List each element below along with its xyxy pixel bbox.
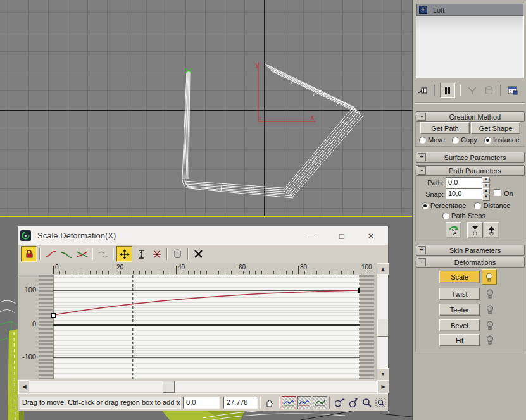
make-symmetrical-button[interactable] <box>21 246 37 262</box>
dialog-status-bar: Drag to move. Ctrl-click or drag region … <box>18 393 388 411</box>
scale-bulb-button[interactable] <box>482 269 497 285</box>
path-axis-tripod <box>258 62 316 121</box>
viewport-top[interactable]: y x z <box>0 0 412 216</box>
modifier-stack-item-loft[interactable]: Loft <box>433 6 444 14</box>
axis-label-x: x <box>311 114 314 121</box>
display-x-axis-button[interactable] <box>43 247 58 261</box>
insert-corner-point-button[interactable] <box>149 247 164 261</box>
path-ruler: 0 20 40 60 80 100 <box>18 263 377 275</box>
rollout-skin-parameters[interactable]: + Skin Parameters <box>416 245 525 256</box>
axis-label-y: y <box>256 61 259 68</box>
show-end-result-button[interactable] <box>440 83 455 98</box>
point-y-field[interactable]: 27,778 <box>223 397 258 409</box>
zoom-value-extents-icon <box>315 399 325 406</box>
zoom-region-button[interactable] <box>374 396 388 410</box>
modifier-stack-list[interactable] <box>416 16 524 78</box>
reset-curve-icon <box>194 249 203 259</box>
scroll-down-button[interactable]: ▼ <box>377 368 389 380</box>
close-button[interactable]: ✕ <box>361 229 380 243</box>
scale-control-point-button[interactable] <box>134 247 148 261</box>
snap-value-field[interactable]: 10,0 <box>446 188 484 199</box>
zoom-vertical-button[interactable] <box>346 396 360 410</box>
bevel-deformation-button[interactable]: Bevel <box>439 319 480 331</box>
radio-copy[interactable] <box>452 137 459 144</box>
make-unique-icon <box>467 86 477 95</box>
pick-shape-button[interactable] <box>446 222 461 238</box>
hscroll-thumb[interactable] <box>163 381 175 393</box>
vscroll-thumb[interactable] <box>377 319 389 337</box>
ruler-tick-100: 100 <box>361 264 372 271</box>
pan-icon <box>265 398 274 407</box>
y-label-neg100: -100 <box>18 353 36 361</box>
rollout-creation-method[interactable]: - Creation Method <box>416 111 525 122</box>
configure-modifier-sets-button[interactable] <box>506 83 520 97</box>
fit-deformation-button[interactable]: Fit <box>439 334 480 346</box>
pin-stack-button[interactable] <box>416 83 430 97</box>
bevel-bulb-button[interactable] <box>483 318 497 332</box>
ruler-tick-0: 0 <box>55 264 59 271</box>
previous-shape-button[interactable] <box>467 222 483 238</box>
teeter-deformation-button[interactable]: Teeter <box>439 304 480 316</box>
vertical-scrollbar[interactable]: ▲ ▼ <box>377 263 388 379</box>
zoom-icon <box>362 398 372 408</box>
get-shape-button[interactable]: Get Shape <box>471 122 520 134</box>
zoom-horizontal-icon <box>334 398 345 408</box>
rollout-deformations[interactable]: - Deformations <box>416 257 525 268</box>
make-unique-button[interactable] <box>465 83 479 97</box>
pan-button[interactable] <box>263 396 277 410</box>
point-x-field[interactable]: 0,0 <box>183 397 220 409</box>
zoom-horizontal-button[interactable] <box>332 396 346 410</box>
snap-spinner[interactable]: ▲▼ <box>482 188 490 201</box>
minimize-button[interactable]: — <box>303 229 322 243</box>
scale-deformation-dialog: Scale Deformation(X) — □ ✕ <box>18 226 389 411</box>
teeter-bulb-button[interactable] <box>483 302 497 316</box>
path-value-field[interactable]: 0,0 <box>446 177 484 188</box>
radio-path-steps[interactable] <box>442 213 449 219</box>
zoom-extents-button[interactable] <box>282 396 296 409</box>
radio-percentage[interactable] <box>422 202 429 209</box>
zoom-value-extents-button[interactable] <box>313 396 327 409</box>
radio-move[interactable] <box>419 137 426 144</box>
horizontal-scrollbar[interactable]: ◀ ▶ <box>18 380 388 392</box>
scale-curve <box>53 275 360 379</box>
control-point-start[interactable] <box>51 313 56 318</box>
radio-distance[interactable] <box>474 202 481 209</box>
display-y-axis-button[interactable] <box>59 247 73 261</box>
scale-deformation-button[interactable]: Scale <box>439 271 480 283</box>
scale-control-point-icon <box>137 249 145 259</box>
bulb-icon <box>486 289 494 299</box>
ruler-tick-60: 60 <box>239 264 246 271</box>
twist-bulb-button[interactable] <box>483 287 497 300</box>
rollout-surface-parameters[interactable]: + Surface Parameters <box>416 152 525 163</box>
zoom-extents-icon <box>284 399 294 406</box>
dialog-title-bar[interactable]: Scale Deformation(X) — □ ✕ <box>18 226 388 245</box>
out-of-range-left <box>39 275 53 379</box>
scroll-right-button[interactable]: ▶ <box>377 380 389 393</box>
path-spinner[interactable]: ▲▼ <box>482 177 490 189</box>
curve-plot-area[interactable] <box>53 275 360 379</box>
delete-control-point-button[interactable] <box>170 247 185 261</box>
move-control-point-button[interactable] <box>116 246 132 262</box>
remove-modifier-button[interactable] <box>482 83 496 97</box>
y-label-0: 0 <box>18 320 36 328</box>
zoom-horizontal-extents-button[interactable] <box>297 396 312 409</box>
get-path-button[interactable]: Get Path <box>420 122 470 134</box>
deformation-graph[interactable]: 100 0 -100 <box>18 275 377 379</box>
rollout-path-parameters[interactable]: - Path Parameters <box>416 165 525 176</box>
swap-deform-curves-button[interactable] <box>96 247 110 261</box>
modifier-stack-selected-row[interactable]: + Loft <box>416 4 523 16</box>
display-xy-axes-button[interactable] <box>75 247 89 261</box>
bulb-icon <box>486 321 494 330</box>
reset-curve-button[interactable] <box>191 247 206 261</box>
zoom-button[interactable] <box>360 396 374 410</box>
twist-deformation-button[interactable]: Twist <box>439 288 480 300</box>
fit-bulb-button[interactable] <box>483 333 497 347</box>
next-shape-button[interactable] <box>484 222 499 238</box>
maximize-button[interactable]: □ <box>332 229 351 243</box>
radio-instance[interactable] <box>484 137 491 144</box>
snap-on-checkbox[interactable] <box>494 189 501 196</box>
ruler-tick-40: 40 <box>178 264 185 271</box>
bulb-icon <box>486 335 494 345</box>
display-x-axis-icon <box>45 250 56 259</box>
expand-icon[interactable]: + <box>419 6 427 14</box>
